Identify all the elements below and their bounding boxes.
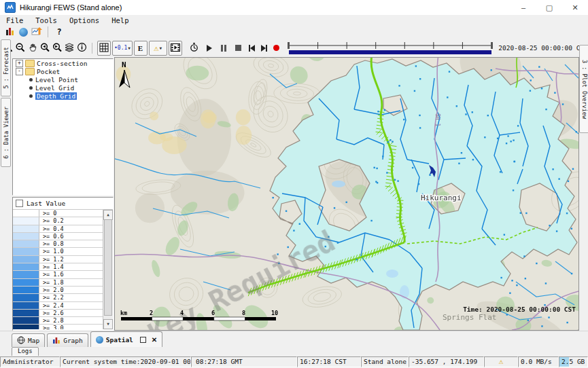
- animation-button[interactable]: [169, 41, 182, 56]
- record-button[interactable]: [270, 41, 282, 55]
- tab-forecast[interactable]: 5 : Forecast: [1, 39, 11, 96]
- label-threshold-button[interactable]: •0.1 ▼: [112, 41, 132, 56]
- help-button[interactable]: ?: [52, 25, 66, 39]
- warning-levels-button[interactable]: ⚠ ▼: [149, 41, 167, 56]
- legend-color-swatch: [13, 317, 39, 324]
- close-button[interactable]: ✕: [562, 1, 588, 15]
- tab-label: Graph: [63, 337, 83, 344]
- stop-button[interactable]: [232, 41, 244, 55]
- legend-row[interactable]: >= 2.0: [13, 287, 103, 294]
- legend-row[interactable]: >= 1.4: [13, 263, 103, 271]
- tree-row[interactable]: + Cross-section: [13, 59, 113, 67]
- chart-arrow-icon: [31, 26, 42, 38]
- tree-toggle[interactable]: +: [16, 60, 23, 67]
- warning-icon: ⚠: [154, 43, 158, 53]
- legend-row[interactable]: >= 1.8: [13, 279, 103, 287]
- tab-data-viewer[interactable]: 6 : Data Viewer: [1, 98, 11, 167]
- menu-tools[interactable]: Tools: [29, 16, 63, 24]
- menu-options[interactable]: Options: [63, 16, 105, 24]
- play-button[interactable]: [203, 41, 215, 55]
- legend-row[interactable]: >= 2.2: [13, 294, 103, 301]
- tree-row[interactable]: - Pocket: [13, 67, 113, 75]
- status-memory: 2.5 GB: [559, 356, 588, 367]
- close-icon[interactable]: ✕: [152, 336, 157, 344]
- tree-row[interactable]: Level Point: [13, 75, 113, 84]
- tree-label: Level Point: [35, 76, 78, 84]
- legend-row[interactable]: >= 1.6: [13, 271, 103, 278]
- minimize-button[interactable]: –: [511, 1, 536, 15]
- status-user: Administrator: [0, 356, 60, 367]
- skip-to-end-button[interactable]: [258, 41, 270, 55]
- status-mode: Stand alone: [361, 356, 409, 367]
- map-time-overlay: Time: 2020-08-25 00:00:00 CST: [463, 306, 576, 313]
- tree-row[interactable]: Level Grid: [13, 84, 113, 92]
- status-bar: Administrator Current system time:2020-0…: [0, 356, 588, 368]
- elevation-button[interactable]: E: [134, 41, 148, 56]
- legend-row[interactable]: >= 3.0: [13, 325, 103, 329]
- zoom-out-button[interactable]: [14, 41, 27, 55]
- menu-help[interactable]: Help: [105, 16, 135, 24]
- app-icon: [5, 2, 16, 13]
- legend-row[interactable]: >= 2.6: [13, 310, 103, 317]
- last-value-checkbox[interactable]: [16, 200, 23, 207]
- logs-row: Logs: [0, 347, 588, 356]
- zoom-previous-button[interactable]: [39, 41, 51, 55]
- legend-color-swatch: [13, 225, 39, 232]
- status-warning-icon[interactable]: ⚠: [484, 356, 518, 367]
- legend-row[interactable]: >= 0.6: [13, 233, 103, 240]
- status-gmt-time: 08:27:18 GMT: [191, 356, 297, 367]
- pause-button[interactable]: [218, 41, 230, 55]
- legend-row[interactable]: >= 2.8: [13, 317, 103, 325]
- pan-button[interactable]: [27, 41, 39, 55]
- legend-row[interactable]: >= 0.4: [13, 225, 103, 233]
- maximize-button[interactable]: ▢: [536, 1, 562, 15]
- legend-row[interactable]: >= 0.8: [13, 240, 103, 248]
- skip-to-start-button[interactable]: [245, 41, 258, 55]
- info-button[interactable]: [75, 41, 88, 55]
- animation-timer-button[interactable]: [188, 41, 201, 55]
- legend-scrollbar[interactable]: ▲ ▼: [103, 210, 113, 329]
- zoom-next-button[interactable]: [51, 41, 63, 55]
- scrollbar-thumb[interactable]: [104, 219, 112, 316]
- folder-icon: [25, 60, 35, 67]
- legend-row[interactable]: >= 1.2: [13, 256, 103, 263]
- grid-display-button[interactable]: [97, 41, 111, 56]
- window-title: Hikurangi FEWS (Stand alone): [20, 3, 122, 12]
- explorer-button[interactable]: [3, 25, 16, 39]
- tab-spatial[interactable]: Spatial ✕: [90, 331, 162, 347]
- legend-row[interactable]: >= 1.0: [13, 248, 103, 255]
- tab-map[interactable]: Map: [12, 333, 45, 347]
- bottom-tab-bar: Map Graph Spatial ✕: [0, 331, 588, 347]
- main-toolbar: ?: [0, 25, 588, 39]
- tree-row-selected[interactable]: Depth Grid: [13, 92, 113, 100]
- layers-button[interactable]: [63, 41, 75, 55]
- record-icon: [273, 45, 279, 51]
- restore-icon[interactable]: [140, 337, 146, 343]
- legend-color-swatch: [13, 233, 39, 240]
- spatial-display-button[interactable]: [30, 25, 44, 39]
- legend-color-swatch: [13, 325, 39, 329]
- tab-plot-overview[interactable]: 3 : Plot Overview: [579, 45, 588, 133]
- tree-label: Depth Grid: [35, 92, 77, 100]
- legend-color-swatch: [13, 256, 39, 263]
- road-label-sh1: SH 1: [434, 113, 440, 126]
- legend-row-label: >= 3.0: [39, 325, 103, 329]
- legend-color-swatch: [13, 271, 39, 278]
- globe-wireframe-icon: [17, 336, 25, 346]
- legend-row-label: >= 0.6: [39, 233, 103, 240]
- map-display-button[interactable]: [16, 25, 30, 39]
- legend-row[interactable]: >= 0.2: [13, 217, 103, 225]
- legend-row[interactable]: >= 0: [13, 210, 103, 217]
- scroll-up-arrow[interactable]: ▲: [103, 210, 113, 220]
- menu-file[interactable]: File: [0, 16, 29, 24]
- legend-row[interactable]: >= 2.4: [13, 302, 103, 310]
- logs-tab[interactable]: Logs: [12, 347, 39, 356]
- map-view[interactable]: API Key Required API Key Required Hikura…: [114, 57, 579, 331]
- tree-toggle[interactable]: -: [16, 68, 23, 75]
- tab-graph[interactable]: Graph: [47, 333, 88, 347]
- legend-row-label: >= 1.6: [39, 271, 103, 278]
- stopwatch-icon: [189, 42, 199, 54]
- toolbar-separator: [48, 26, 48, 37]
- scroll-down-arrow[interactable]: ▼: [103, 319, 113, 329]
- time-slider[interactable]: [286, 39, 494, 57]
